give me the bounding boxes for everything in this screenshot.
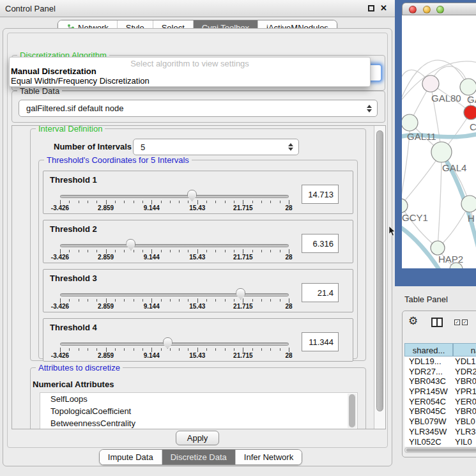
checkbox-icon[interactable]: ✓: [462, 319, 468, 325]
number-of-intervals-value: 5: [141, 142, 145, 152]
minor-tick: [252, 250, 253, 252]
column-selector-icon[interactable]: [431, 318, 443, 327]
table-row[interactable]: YBR043CYBR0: [404, 376, 476, 387]
table-row[interactable]: YPR145WYPR1: [404, 387, 476, 397]
network-node-gal4[interactable]: [431, 142, 452, 162]
tick-label: 21.715: [229, 352, 257, 359]
discretize-content-panel: Discretization Algorithm Select algorith…: [7, 33, 388, 448]
minor-tick: [225, 250, 226, 252]
major-tick: [289, 298, 289, 303]
minor-tick: [124, 299, 125, 302]
tab-infer-network[interactable]: Infer Network: [235, 450, 302, 464]
column-header-shared-name[interactable]: shared...: [404, 343, 453, 357]
minor-tick: [170, 201, 171, 203]
minor-tick: [69, 299, 70, 302]
cell-name: YLR3: [455, 427, 476, 436]
network-node-hap2[interactable]: [431, 241, 445, 255]
network-canvas[interactable]: GAL80GACGAL11GAL4HGCY1HAP2: [402, 15, 476, 268]
slider-track[interactable]: [60, 195, 289, 198]
table-row[interactable]: YLR345WYLR3: [404, 427, 476, 437]
tick-label: 28: [275, 303, 303, 310]
table-row[interactable]: YDL19...YDL1: [404, 357, 476, 367]
minor-tick: [206, 250, 207, 252]
tab-label: Impute Data: [108, 452, 153, 462]
network-node-label: H: [468, 213, 475, 224]
minor-tick: [188, 250, 188, 252]
threshold-value-field[interactable]: 14.713: [302, 185, 339, 204]
panel-title: Control Panel: [5, 4, 56, 13]
attribute-item-topologicalcoefficient[interactable]: TopologicalCoefficient: [40, 405, 357, 417]
table-row[interactable]: YBR045CYBR0: [404, 406, 476, 417]
table-row[interactable]: YIL052CYIL0: [404, 437, 476, 447]
apply-button[interactable]: Apply: [176, 431, 219, 445]
network-node-c[interactable]: [464, 105, 476, 119]
slider-handle[interactable]: [126, 239, 135, 250]
slider-handle[interactable]: [163, 337, 173, 349]
table-row[interactable]: YER054CYER0: [404, 397, 476, 407]
tick-label: 21.715: [229, 254, 257, 261]
network-node-gcy1[interactable]: [402, 199, 408, 213]
network-node-gal11[interactable]: [402, 114, 418, 131]
minor-tick: [179, 299, 180, 302]
algorithm-option-manual-discretization[interactable]: Manual Discretization: [11, 66, 96, 76]
tab-discretize-data[interactable]: Discretize Data: [162, 450, 235, 464]
settings-vertical-scrollbar[interactable]: [374, 126, 385, 429]
table-horizontal-scrollbar[interactable]: [404, 447, 476, 453]
gear-icon[interactable]: ⚙: [408, 314, 418, 327]
minor-tick: [134, 250, 134, 252]
tab-impute-data[interactable]: Impute Data: [100, 450, 162, 464]
slider-track[interactable]: [60, 293, 289, 296]
minimize-traffic-light-icon[interactable]: [423, 6, 431, 13]
table-panel-title: Table Panel: [404, 295, 448, 304]
slider-track[interactable]: [60, 342, 289, 346]
tick-label: -3.426: [46, 303, 74, 310]
slider-track[interactable]: [60, 244, 289, 247]
network-node-h[interactable]: [461, 196, 476, 212]
thresholds-group: Threshold's Coordinates for 5 Intervals …: [38, 160, 358, 359]
column-header-name[interactable]: na: [453, 343, 476, 357]
slider-handle[interactable]: [236, 288, 245, 300]
close-traffic-light-icon[interactable]: [409, 6, 417, 13]
tab-label: Discretize Data: [171, 452, 227, 462]
minor-tick: [206, 201, 207, 203]
network-window-titlebar[interactable]: [402, 3, 476, 15]
minor-tick: [69, 348, 70, 351]
minor-tick: [280, 299, 280, 302]
major-tick: [60, 249, 61, 254]
attribute-item-selfloops[interactable]: SelfLoops: [40, 393, 357, 405]
threshold-value-field[interactable]: 6.316: [302, 234, 339, 253]
interval-definition-title: Interval Definition: [36, 125, 105, 134]
tick-label: -3.426: [46, 254, 74, 261]
tick-label: 21.715: [229, 303, 257, 310]
attribute-item-betweennesscentrality[interactable]: BetweennessCentrality: [40, 417, 357, 429]
network-node-gal80[interactable]: [422, 75, 439, 92]
minor-tick: [96, 250, 97, 252]
close-icon[interactable]: ✕: [380, 3, 387, 13]
minor-tick: [161, 250, 162, 252]
major-tick: [197, 200, 198, 204]
table-row[interactable]: YDR27...YDR2: [404, 367, 476, 377]
minor-tick: [115, 201, 116, 203]
checkbox-icon[interactable]: ✓: [454, 319, 460, 325]
zoom-traffic-light-icon[interactable]: [436, 6, 444, 13]
major-tick: [60, 200, 61, 204]
major-tick: [197, 348, 198, 352]
minor-tick: [206, 299, 207, 302]
tick-label: -3.426: [46, 204, 74, 211]
minor-tick: [270, 250, 271, 252]
number-of-intervals-combo[interactable]: 5: [133, 139, 299, 155]
numerical-attributes-list[interactable]: SelfLoopsTopologicalCoefficientBetweenne…: [40, 392, 358, 429]
minor-tick: [188, 201, 188, 203]
cell-shared-name: YER054C: [409, 397, 446, 406]
network-node-ga[interactable]: [460, 79, 476, 95]
threshold-value-field[interactable]: 21.4: [302, 283, 339, 302]
table-data-combo[interactable]: galFiltered.sif default node: [19, 100, 378, 117]
major-tick: [243, 298, 243, 303]
attributes-scrollbar[interactable]: [348, 394, 357, 428]
table-row[interactable]: YBL079WYBL0: [404, 417, 476, 427]
threshold-value-field[interactable]: 11.344: [302, 332, 339, 351]
slider-handle[interactable]: [187, 190, 197, 201]
float-window-icon[interactable]: [368, 5, 374, 12]
algorithm-option-equal-width-frequency-discretization[interactable]: Equal Width/Frequency Discretization: [11, 76, 150, 86]
minor-tick: [252, 201, 253, 203]
